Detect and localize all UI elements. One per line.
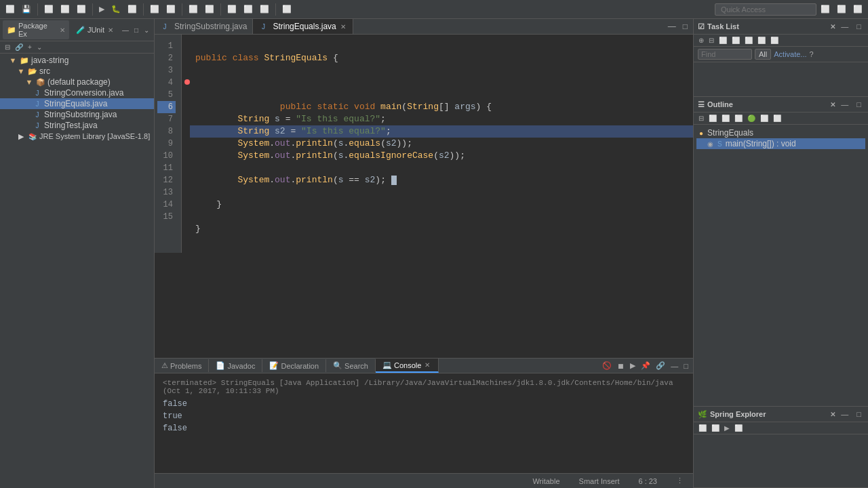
left-panel-minimize[interactable]: —	[120, 26, 131, 35]
editor-tab-controls: — □	[663, 20, 693, 33]
toolbar-btn-1[interactable]: ⬜	[3, 3, 18, 15]
console-pin-btn[interactable]: 📌	[639, 360, 652, 371]
spring-toolbar-btn-2[interactable]: ⬜	[709, 424, 722, 432]
toolbar-btn-8[interactable]: ⬜	[163, 3, 178, 15]
debug-btn[interactable]: 🐛	[108, 3, 123, 15]
view-menu-btn[interactable]: ⌄	[35, 43, 44, 52]
toolbar-btn-right-2[interactable]: ⬜	[834, 3, 849, 15]
task-toolbar-btn-3[interactable]: ⬜	[717, 36, 729, 45]
spring-explorer-close[interactable]: ✕	[830, 411, 835, 418]
toolbar-btn-2[interactable]: 💾	[19, 3, 34, 15]
tab-search[interactable]: 🔍 Search	[326, 359, 376, 372]
tree-item-default-package[interactable]: ▼ 📦 (default package)	[0, 77, 154, 87]
link-editor-btn[interactable]: 🔗	[13, 43, 25, 52]
tree-item-jre[interactable]: ▶ 📚 JRE System Library [JavaSE-1.8]	[0, 131, 154, 142]
console-terminated-text: <terminated> StringEquals [Java Applicat…	[163, 379, 685, 395]
console-minimize[interactable]: —	[669, 361, 680, 371]
spring-explorer-maximize[interactable]: □	[854, 409, 864, 420]
toolbar-btn-11[interactable]: ⬜	[224, 3, 239, 15]
task-toolbar-btn-5[interactable]: ⬜	[743, 36, 755, 45]
task-list-maximize[interactable]: □	[854, 21, 864, 32]
toolbar-btn-14[interactable]: ⬜	[279, 3, 294, 15]
tab-package-explorer[interactable]: 📁 Package Ex ✕	[3, 20, 69, 39]
console-stop-btn[interactable]: ⏹	[615, 361, 627, 371]
outline-item-class[interactable]: ● StringEquals	[696, 127, 865, 138]
new-btn[interactable]: +	[26, 43, 34, 52]
task-toolbar-btn-6[interactable]: ⬜	[755, 36, 768, 45]
toolbar-btn-5[interactable]: ⬜	[74, 3, 89, 15]
toolbar-btn-6[interactable]: ⬜	[125, 3, 140, 15]
search-icon: 🔍	[333, 361, 342, 370]
spring-explorer-minimize[interactable]: —	[838, 409, 851, 420]
package-explorer-close[interactable]: ✕	[60, 26, 65, 34]
outline-minimize[interactable]: —	[838, 99, 851, 110]
console-run-btn[interactable]: ▶	[628, 360, 637, 371]
toolbar-btn-3[interactable]: ⬜	[41, 3, 56, 15]
tree-item-string-test[interactable]: J StringTest.java	[0, 120, 154, 131]
outline-toolbar-btn-5[interactable]: 🟢	[745, 114, 757, 123]
toolbar-btn-9[interactable]: ⬜	[186, 3, 201, 15]
outline-toolbar-btn-1[interactable]: ⊟	[696, 114, 706, 123]
toolbar-sep-3	[143, 3, 144, 16]
tab-console[interactable]: 💻 Console ✕	[376, 359, 439, 373]
tree-item-string-equals[interactable]: J StringEquals.java	[0, 98, 154, 109]
task-toolbar-btn-7[interactable]: ⬜	[768, 36, 781, 45]
outline-toolbar-btn-6[interactable]: ⬜	[758, 114, 770, 123]
tab-string-equals[interactable]: J StringEquals.java ✕	[253, 19, 353, 34]
toolbar-btn-13[interactable]: ⬜	[257, 3, 272, 15]
task-toolbar-btn-2[interactable]: ⊟	[707, 36, 716, 45]
collapse-all-btn[interactable]: ⊟	[3, 43, 12, 52]
outline-toolbar-btn-2[interactable]: ⬜	[707, 114, 719, 123]
outline-toolbar-btn-7[interactable]: ⬜	[771, 114, 783, 123]
left-panel-maximize[interactable]: □	[132, 26, 140, 35]
outline-maximize[interactable]: □	[854, 99, 864, 110]
toolbar-btn-4[interactable]: ⬜	[58, 3, 73, 15]
task-toolbar-btn-4[interactable]: ⬜	[730, 36, 742, 45]
tree-item-string-substring[interactable]: J StringSubstring.java	[0, 109, 154, 120]
spring-toolbar-btn-4[interactable]: ⬜	[732, 424, 745, 432]
toolbar-btn-10[interactable]: ⬜	[202, 3, 217, 15]
tab-problems-label: Problems	[170, 362, 201, 370]
outline-toolbar-btn-3[interactable]: ⬜	[719, 114, 732, 123]
left-panel-close-chevron[interactable]: ⌄	[142, 26, 151, 35]
tab-javadoc[interactable]: 📄 Javadoc	[209, 359, 262, 372]
spring-toolbar-btn-1[interactable]: ⬜	[696, 424, 709, 432]
toolbar-btn-right-1[interactable]: ⬜	[818, 3, 833, 15]
task-activate-btn[interactable]: Activate...	[774, 50, 806, 58]
tab-declaration[interactable]: 📝 Declaration	[262, 359, 326, 372]
task-list-minimize[interactable]: —	[838, 21, 851, 32]
run-btn[interactable]: ▶	[96, 3, 107, 15]
spring-toolbar-btn-3[interactable]: ▶	[722, 424, 732, 432]
quick-access-input[interactable]	[715, 3, 816, 16]
tree-item-src[interactable]: ▼ 📂 src	[0, 66, 154, 77]
status-menu[interactable]: ⋮	[672, 476, 688, 485]
tab-ctrl-minimize[interactable]: —	[665, 20, 679, 33]
tree-item-string-conversion[interactable]: J StringConversion.java	[0, 87, 154, 98]
task-list-close[interactable]: ✕	[830, 23, 835, 30]
code-editor[interactable]: 1 2 3 4 5 6 7 8 9 10 11 12 13 14 15	[155, 35, 693, 358]
code-line-15	[190, 235, 693, 247]
code-line-10: System.out.println(s == s2);	[190, 174, 693, 186]
tab-junit[interactable]: 🧪 JUnit ✕	[72, 24, 117, 36]
toolbar-btn-12[interactable]: ⬜	[241, 3, 256, 15]
task-filter-all[interactable]: All	[755, 49, 771, 60]
console-clear-btn[interactable]: 🚫	[600, 360, 614, 371]
tree-item-java-string[interactable]: ▼ 📁 java-string	[0, 55, 154, 66]
outline-toolbar-btn-4[interactable]: ⬜	[732, 114, 745, 123]
tab-string-substring[interactable]: J StringSubstring.java	[155, 19, 253, 34]
console-open-btn[interactable]: 🔗	[654, 360, 667, 371]
toolbar-btn-right-3[interactable]: ⬜	[850, 3, 865, 15]
tree-label-src: src	[39, 66, 50, 76]
tab-problems[interactable]: ⚠ Problems	[155, 359, 209, 372]
outline-close[interactable]: ✕	[830, 101, 835, 108]
task-find-input[interactable]	[698, 49, 752, 60]
console-maximize[interactable]: □	[682, 361, 690, 371]
outline-item-main[interactable]: ◉ S main(String[]) : void	[696, 138, 865, 149]
tab-close-string-equals[interactable]: ✕	[339, 22, 347, 31]
task-toolbar-btn-1[interactable]: ⊕	[696, 36, 706, 45]
code-line-1	[190, 40, 693, 52]
tab-ctrl-maximize[interactable]: □	[680, 20, 690, 33]
console-close[interactable]: ✕	[423, 361, 431, 369]
toolbar-btn-7[interactable]: ⬜	[147, 3, 162, 15]
junit-close[interactable]: ✕	[108, 26, 113, 34]
